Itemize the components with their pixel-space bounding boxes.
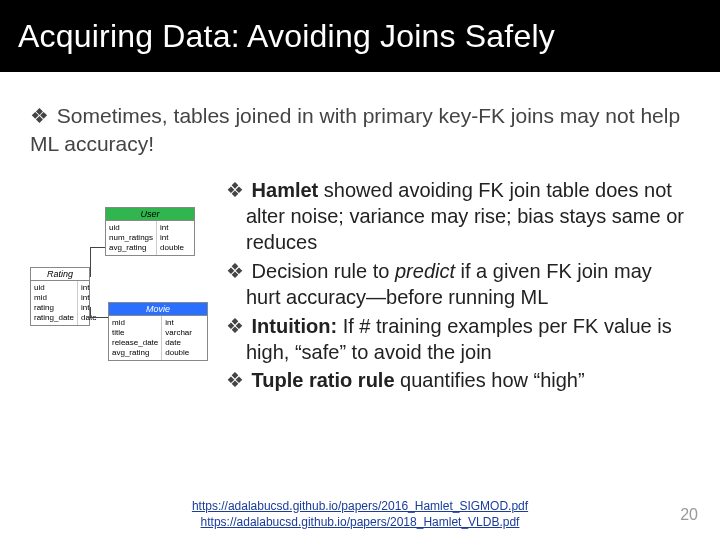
content-area: ❖ Sometimes, tables joined in with prima… — [0, 72, 720, 407]
table-movie-types: int varchar date double — [161, 316, 195, 360]
slide-title: Acquiring Data: Avoiding Joins Safely — [18, 18, 555, 55]
table-user-header: User — [106, 208, 194, 221]
table-movie: Movie mid title release_date avg_rating … — [108, 302, 208, 361]
sub2-pre: Decision rule to — [252, 260, 395, 282]
link-sigmod[interactable]: https://adalabucsd.github.io/papers/2016… — [0, 498, 720, 514]
sub-bullets: ❖ Hamlet showed avoiding FK join table d… — [220, 177, 690, 396]
sub4-bold: Tuple ratio rule — [252, 369, 395, 391]
sub-bullet-4: ❖ Tuple ratio rule quantifies how “high” — [226, 367, 690, 393]
footer-links: https://adalabucsd.github.io/papers/2016… — [0, 498, 720, 530]
main-bullet-text: Sometimes, tables joined in with primary… — [30, 104, 680, 155]
diamond-icon: ❖ — [226, 179, 244, 201]
title-bar: Acquiring Data: Avoiding Joins Safely — [0, 0, 720, 72]
link-vldb[interactable]: https://adalabucsd.github.io/papers/2018… — [0, 514, 720, 530]
sub-bullet-1: ❖ Hamlet showed avoiding FK join table d… — [226, 177, 690, 256]
sub3-bold: Intuition: — [252, 315, 338, 337]
diamond-icon: ❖ — [30, 104, 49, 127]
sub4-rest: quantifies how “high” — [395, 369, 585, 391]
fk-line-user-v — [90, 247, 91, 277]
main-bullet: ❖ Sometimes, tables joined in with prima… — [30, 102, 690, 159]
sub-bullet-3: ❖ Intuition: If # training examples per … — [226, 313, 690, 366]
fk-line-movie — [90, 317, 108, 318]
table-rating-types: int int int date — [77, 281, 100, 325]
table-movie-header: Movie — [109, 303, 207, 316]
table-user-types: int int double — [156, 221, 187, 255]
fk-line-user — [90, 247, 105, 248]
table-movie-cols: mid title release_date avg_rating — [109, 316, 161, 360]
page-number: 20 — [680, 506, 698, 524]
schema-diagram: Rating uid mid rating rating_date int in… — [30, 177, 220, 397]
table-user: User uid num_ratings avg_rating int int … — [105, 207, 195, 256]
table-user-cols: uid num_ratings avg_rating — [106, 221, 156, 255]
diamond-icon: ❖ — [226, 260, 244, 282]
diamond-icon: ❖ — [226, 369, 244, 391]
sub2-em: predict — [395, 260, 455, 282]
sub1-bold: Hamlet — [252, 179, 319, 201]
table-rating-cols: uid mid rating rating_date — [31, 281, 77, 325]
sub-bullet-2: ❖ Decision rule to predict if a given FK… — [226, 258, 690, 311]
fk-line-movie-v — [90, 307, 91, 317]
diamond-icon: ❖ — [226, 315, 244, 337]
table-rating-header: Rating — [31, 268, 89, 281]
table-rating: Rating uid mid rating rating_date int in… — [30, 267, 90, 326]
